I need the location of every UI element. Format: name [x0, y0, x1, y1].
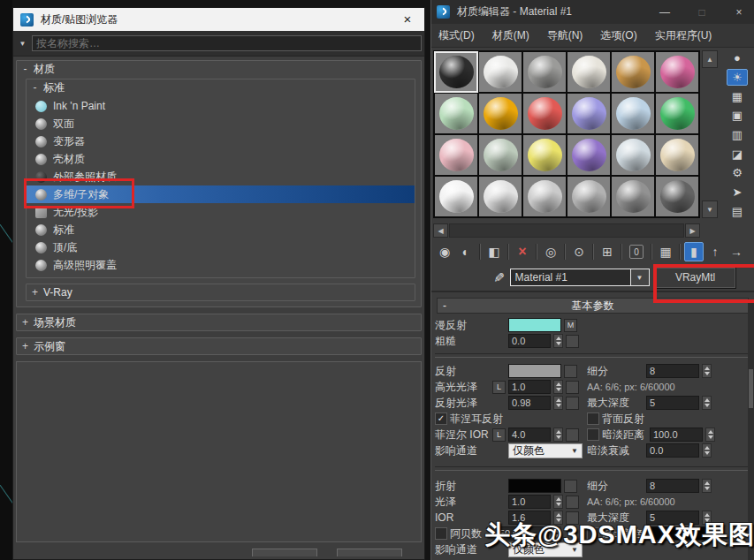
list-item-ink-n-paint[interactable]: Ink 'n Paint [27, 97, 415, 115]
fresnel-ior-field[interactable]: 4.0 [508, 428, 551, 442]
ior-spinner[interactable] [553, 511, 563, 525]
scroll-down-icon[interactable]: ▼ [702, 201, 718, 218]
get-material-icon[interactable]: ◉ [435, 242, 454, 261]
dim-falloff-field[interactable]: 0.0 [646, 443, 699, 458]
hilight-gloss-map-button[interactable] [566, 381, 579, 394]
scroll-left-icon[interactable]: ◀ [433, 223, 448, 238]
group-header-materials[interactable]: - 材质 [17, 61, 421, 77]
make-material-copy-icon[interactable]: ◎ [541, 242, 560, 261]
show-shaded-material-in-viewport-icon[interactable]: ▦ [656, 242, 675, 261]
minimize-icon[interactable]: — [650, 0, 680, 24]
hilight-gloss-lock-button[interactable]: L [492, 381, 506, 394]
affect-channels2-dropdown[interactable]: 仅颜色 ▼ [508, 542, 583, 557]
background-icon[interactable]: ▦ [727, 87, 748, 105]
pick-material-eyedropper-icon[interactable]: ✎ [491, 272, 506, 284]
go-forward-to-sibling-icon[interactable]: → [727, 242, 746, 261]
sample-slot[interactable] [479, 135, 522, 175]
refl-gloss-spinner[interactable] [553, 396, 563, 410]
subdivs2-spinner[interactable] [702, 479, 712, 493]
sample-slot[interactable] [523, 94, 566, 133]
select-by-material-icon[interactable]: ➤ [727, 184, 748, 201]
list-item-top-bottom[interactable]: 顶/底 [27, 238, 415, 256]
sample-slot[interactable] [479, 177, 522, 216]
search-input[interactable] [32, 35, 422, 51]
show-end-result-icon[interactable]: ▮ [684, 242, 704, 261]
reflect-map-button[interactable] [564, 365, 577, 378]
group-header-sample-windows[interactable]: + 示例窗 [17, 338, 421, 354]
reset-material-icon[interactable]: × [513, 242, 532, 261]
affect-channels-dropdown[interactable]: 仅颜色 ▼ [508, 443, 583, 458]
sample-slot[interactable] [656, 135, 698, 175]
dim-falloff-spinner[interactable] [702, 443, 712, 458]
exit-color-swatch[interactable] [650, 526, 717, 541]
maximize-icon[interactable]: □ [687, 0, 717, 24]
refract-gloss-map-button[interactable] [566, 496, 579, 509]
sample-slot[interactable] [435, 52, 477, 92]
sample-slot[interactable] [656, 177, 698, 216]
menu-options[interactable]: 选项(O) [600, 28, 636, 43]
sample-slot[interactable] [567, 52, 610, 92]
fresnel-ior-spinner[interactable] [553, 428, 563, 442]
list-item-multi-sub-object[interactable]: 多维/子对象 [27, 185, 415, 203]
sample-slot[interactable] [567, 135, 610, 175]
fresnel-checkbox[interactable]: ✓ [435, 412, 447, 425]
sample-slot[interactable] [435, 177, 477, 216]
scroll-right-icon[interactable]: ▶ [685, 223, 700, 238]
editor-title-bar[interactable]: 材质编辑器 - Material #1 — □ × [431, 0, 754, 24]
browser-title-bar[interactable]: 材质/贴图浏览器 × [13, 8, 424, 31]
menu-navigation[interactable]: 导航(N) [547, 28, 583, 43]
group-header-scene-materials[interactable]: + 场景材质 [17, 314, 421, 330]
roughness-field[interactable]: 0.0 [508, 334, 551, 348]
material-type-button[interactable]: VRayMtl [655, 267, 736, 289]
sample-slot[interactable] [612, 135, 654, 175]
subdivs-spinner[interactable] [702, 364, 712, 378]
sample-slot[interactable] [656, 94, 698, 133]
hilight-gloss-field[interactable]: 1.0 [508, 380, 551, 394]
menu-utilities[interactable]: 实用程序(U) [655, 28, 712, 43]
video-color-check-icon[interactable]: ▥ [727, 126, 748, 144]
roughness-spinner[interactable] [553, 334, 563, 348]
sample-slot[interactable] [612, 177, 654, 216]
scrollbar-track[interactable] [449, 223, 684, 238]
ior-map-button[interactable] [566, 511, 579, 525]
scroll-up-icon[interactable]: ▲ [702, 50, 718, 68]
close-icon[interactable]: × [724, 0, 754, 24]
material-map-navigator-icon[interactable]: ▤ [727, 202, 748, 220]
refl-gloss-map-button[interactable] [566, 397, 579, 410]
assign-material-to-selection-icon[interactable]: ◧ [484, 242, 504, 261]
make-preview-icon[interactable]: ◪ [727, 145, 748, 163]
sample-slot[interactable] [612, 94, 654, 133]
abbe-field[interactable]: 50.0 [496, 526, 549, 541]
sample-uv-tiling-icon[interactable]: ▣ [727, 107, 748, 125]
hilight-gloss-spinner[interactable] [553, 380, 563, 394]
menu-modes[interactable]: 模式(D) [438, 28, 475, 43]
sample-type-icon[interactable]: ● [727, 49, 748, 67]
close-icon[interactable]: × [398, 10, 417, 29]
sample-slot[interactable] [523, 52, 566, 92]
params-scrollbar[interactable] [748, 300, 754, 560]
ior-field[interactable]: 1.6 [508, 511, 551, 525]
sample-slot[interactable] [656, 52, 698, 92]
fresnel-ior-map-button[interactable] [566, 428, 579, 442]
refract-map-button[interactable] [564, 480, 577, 493]
dim-distance-spinner[interactable] [705, 428, 715, 442]
exit-color-checkbox[interactable] [587, 527, 599, 540]
diffuse-map-button[interactable]: M [564, 319, 577, 332]
max-depth-spinner[interactable] [702, 396, 712, 410]
subdivs-field[interactable]: 8 [646, 364, 699, 378]
material-name-dropdown[interactable]: Material #1 ▼ [510, 269, 650, 286]
refract-gloss-spinner[interactable] [553, 495, 563, 509]
list-item-double-sided[interactable]: 双面 [27, 115, 415, 132]
dim-distance-field[interactable]: 100.0 [650, 428, 703, 442]
sample-slot[interactable] [612, 52, 654, 92]
list-item-advanced-lighting-override[interactable]: 高级照明覆盖 [27, 256, 415, 274]
abbe-checkbox[interactable] [435, 527, 447, 540]
sample-slot[interactable] [479, 94, 522, 133]
refl-gloss-field[interactable]: 0.98 [508, 396, 551, 410]
sample-slot[interactable] [435, 94, 477, 133]
abbe-spinner[interactable] [552, 526, 561, 541]
roughness-map-button[interactable] [566, 335, 579, 348]
subdivs2-field[interactable]: 8 [646, 479, 699, 493]
list-item-morpher[interactable]: 变形器 [27, 132, 415, 150]
max-depth2-spinner[interactable] [702, 511, 712, 525]
